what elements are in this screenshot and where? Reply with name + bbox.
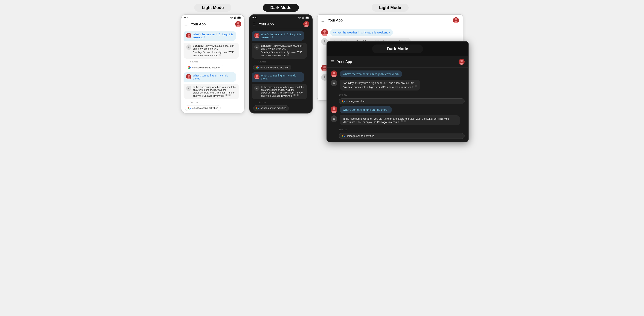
dark-phone-mockup: 9:30 ☰ Your App What's the weather in Ch… [249,14,313,113]
dark-user-text-1: What's the weather in Chicago this weeke… [261,33,302,39]
dark-tablet-user-text-1: What's the weather in Chicago this weeke… [340,70,402,77]
user-avatar [235,21,241,27]
svg-rect-20 [302,18,302,19]
dark-tablet-chip-1[interactable]: chicago weather [339,98,464,104]
dark-tablet-sources-1: Sources [330,93,464,96]
svg-point-41 [455,18,457,20]
phone-app-header: ☰ Your App [181,20,244,29]
tablet-section: Light Mode ☰ Your App What's the weather… [317,4,463,101]
ai-avatar-2 [186,86,192,91]
svg-rect-5 [240,17,241,18]
status-icons [230,16,241,19]
tablet-light-title: Your App [328,18,453,22]
dark-mode-phone-label: Dark Mode [263,4,299,11]
dark-tablet-ai-text-1: Saturday: Sunny with a high near 68°F an… [340,80,420,90]
dark-tablet-sources-2: Sources [330,128,464,131]
dark-ai-avatar-2 [254,86,260,91]
user-text-2: What's something fun I can do there? [193,74,234,80]
tablet-user-msg-1: What's the weather in Chicago this weeke… [321,29,459,36]
wifi-icon [230,16,233,19]
dark-sources-label-2: Sources [252,101,310,103]
dark-phone-app-header: ☰ Your App [250,20,312,29]
dark-tablet-hamburger[interactable]: ☰ [330,59,334,64]
svg-rect-23 [304,16,304,18]
dark-ai-message-2: In the nice spring weather, you can take… [252,84,307,99]
dark-chip-text-2: chicago spring activities [260,107,286,109]
dark-tablet-user-text-2: What's something fun I can do there? [340,106,392,113]
dark-tablet-ai-msg-2: In the nice spring weather, you can take… [330,115,464,125]
ai-message-2: In the nice spring weather, you can take… [184,84,239,99]
svg-rect-21 [302,17,303,19]
dark-search-chip-2[interactable]: chicago spring activities [252,105,310,111]
dark-tablet-ai-av-2 [330,115,337,122]
signal-icon [234,16,237,19]
svg-rect-26 [306,17,308,18]
dark-phone-app-title: Your App [259,22,303,26]
search-chip-2[interactable]: chicago spring activities [184,105,242,111]
svg-point-16 [188,75,190,77]
dark-phone-time: 9:30 [252,16,257,19]
user-message-2: What's something fun I can do there? [184,72,236,82]
svg-rect-3 [236,16,236,18]
dark-user-avatar-sm-1 [254,33,260,38]
dark-tablet-user-av-2 [330,106,337,113]
phone-app-title: Your App [191,22,235,26]
dark-tablet-ai-av-1 [330,80,337,86]
dark-chip-text-1: chicago weekend weather [260,66,288,69]
dark-tablet-chip-2[interactable]: chicago spring activities [339,133,464,139]
svg-rect-2 [235,17,235,19]
phone-chat-body: What's the weather in Chicago this weeke… [181,29,244,113]
user-text-1: What's the weather in Chicago this weeke… [193,33,234,39]
svg-rect-0 [234,18,234,19]
dark-user-message-1: What's the weather in Chicago this weeke… [252,31,304,41]
dark-ai-message-1: Saturday: Sunny with a high near 68°F an… [252,43,307,59]
chip-text-2: chicago spring activities [192,107,218,109]
dark-tablet-g-logo-2 [342,134,345,137]
dark-battery-icon [306,16,309,19]
dark-ai-text-2: In the nice spring weather, you can take… [261,86,304,97]
svg-point-57 [333,72,335,74]
dark-google-logo-1 [256,66,259,69]
light-mode-phone-col: Light Mode 9:30 ☰ Your App [181,4,244,113]
dark-mode-bar: Dark Mode [327,41,468,56]
ai-avatar-1 [186,44,192,50]
tablet-hamburger-icon[interactable]: ☰ [321,18,324,22]
dark-user-text-2: What's something fun I can do there? [261,74,302,80]
phone-time: 9:30 [184,16,189,19]
tablet-user-av-1 [321,29,328,36]
svg-rect-6 [238,17,240,18]
google-logo-1 [188,66,191,69]
dark-google-logo-2 [256,107,259,110]
dark-tablet-user-msg-2: What's something fun I can do there? [330,106,464,113]
chip-text-1: chicago weekend weather [192,66,220,69]
dark-phone-chat-body: What's the weather in Chicago this weeke… [250,29,312,113]
dark-tablet-avatar [458,59,464,65]
dark-search-chip-1[interactable]: chicago weekend weather [252,65,310,70]
ai-message-1: Saturday: Sunny with a high near 68°F an… [184,43,239,59]
dark-status-icons [298,16,309,19]
dark-user-avatar [303,21,309,27]
dark-hamburger-icon[interactable]: ☰ [252,22,256,26]
sources-label-1: Sources [184,61,242,63]
svg-rect-1 [234,17,235,19]
dark-wifi-icon [298,16,301,19]
dark-tablet-header: ☰ Your App [327,56,468,67]
dark-tablet-chip-text-1: chicago weather [346,100,366,103]
dark-tablet-user-msg-1: What's the weather in Chicago this weeke… [330,70,464,77]
dark-sources-label-1: Sources [252,61,310,63]
hamburger-icon[interactable]: ☰ [184,22,188,26]
svg-point-36 [256,75,258,77]
user-avatar-sm-2 [186,74,192,79]
svg-point-44 [323,30,326,33]
search-chip-1[interactable]: chicago weekend weather [184,65,242,70]
dark-mode-phone-col: Dark Mode 9:30 ☰ Your App Wh [249,4,313,113]
tablet-light-avatar [453,17,459,23]
google-logo-2 [188,107,191,110]
user-message-1: What's the weather in Chicago this weeke… [184,31,236,41]
dark-ai-avatar-1 [254,44,260,50]
svg-point-28 [305,22,308,24]
dark-signal-icon [302,16,305,19]
dark-mode-overlay-label: Dark Mode [372,44,423,53]
ai-text-2: In the nice spring weather, you can take… [193,86,236,97]
svg-rect-22 [303,17,304,19]
